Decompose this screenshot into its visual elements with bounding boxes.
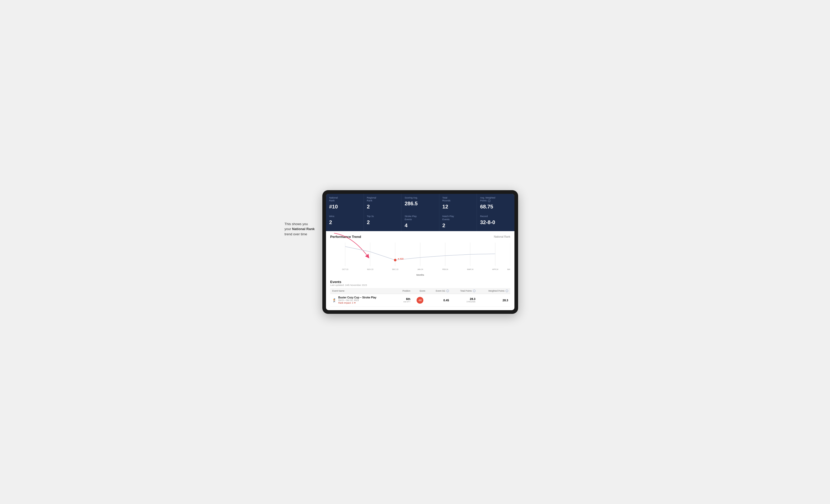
event-name: Buster Cozy Cup – Stroke Play [338,296,376,299]
tablet-frame: NationalRank #10 RegionalRank 2 Scoring … [322,190,518,314]
svg-text:DEC 23: DEC 23 [392,268,398,270]
stat-regional-rank: RegionalRank 2 [364,194,402,212]
col-weighted-points: Weighted Points i [478,288,511,294]
table-header-row: Event Name Position Score Event SG i Tot… [330,288,510,294]
event-name-cell: 🏌 Buster Cozy Cup – Stroke Play Oct 9 – … [330,294,396,306]
svg-text:JAN 24: JAN 24 [417,268,423,270]
content-area: Performance Trend National Rank [326,231,514,310]
event-score: -22 [412,294,427,306]
event-date: Oct 9 – Oct 10, 2023 [338,299,376,302]
info-icon: i [488,200,490,202]
event-type-icon: 🏌 [332,298,337,302]
col-total-points: Total Points i [451,288,477,294]
svg-text:MAY 24: MAY 24 [507,268,510,270]
events-header: Events Last updated: 24th November 2023 [330,280,510,287]
events-title: Events [330,280,510,284]
stat-scoring-avg: Scoring Avg. 286.5 [402,194,439,212]
event-weighted-points: 28.3 [478,294,511,306]
chart-data-point [394,259,396,261]
chart-data-label: ● #10 [398,257,404,260]
stat-record: Record 32-8-0 [477,212,514,231]
stat-stroke-play-events: Stroke PlayEvents 4 [402,212,439,231]
svg-text:NOV 23: NOV 23 [367,268,373,270]
tablet-screen: NationalRank #10 RegionalRank 2 Scoring … [326,194,514,310]
col-position: Position [396,288,412,294]
performance-trend-chart: ● #10 OCT 23 NOV 23 DEC 23 JAN 24 FEB 24… [330,241,510,273]
stat-match-play-events: Match PlayEvents 2 [439,212,477,231]
performance-trend-subtitle: National Rank [494,235,510,238]
score-badge: -22 [417,297,423,304]
events-table: Event Name Position Score Event SG i Tot… [330,288,510,307]
svg-text:APR 24: APR 24 [492,268,498,270]
total-points-info-icon: i [473,290,476,292]
stat-national-rank: NationalRank #10 [326,194,363,212]
weighted-points-info-icon: i [506,290,508,292]
events-last-updated: Last updated: 24th November 2023 [330,284,510,287]
stat-top3s: Top 3s 2 [364,212,402,231]
performance-trend-header: Performance Trend National Rank [330,235,510,239]
stat-total-rounds: TotalRounds 12 [439,194,477,212]
col-score: Score [412,288,427,294]
rank-impact: Rank Impact: 3 ▼ [338,302,376,304]
annotation-text: This shows you your National Rank trend … [285,222,337,237]
event-sg: 0.45 [427,294,451,306]
chart-svg: ● #10 OCT 23 NOV 23 DEC 23 JAN 24 FEB 24… [330,241,510,273]
events-section: Events Last updated: 24th November 2023 … [330,280,510,307]
col-event-sg: Event SG i [427,288,451,294]
svg-text:MAR 24: MAR 24 [467,268,474,270]
stats-row-2: Wins 2 Top 3s 2 Stroke PlayEvents 4 Matc… [326,212,514,231]
svg-text:OCT 23: OCT 23 [342,268,348,270]
stat-avg-weighted-points: Avg. WeightedPoints i 68.75 [477,194,514,212]
performance-trend-section: Performance Trend National Rank [330,235,510,276]
stats-row-1: NationalRank #10 RegionalRank 2 Scoring … [326,194,514,212]
svg-text:FEB 24: FEB 24 [442,268,448,270]
table-row: 🏌 Buster Cozy Cup – Stroke Play Oct 9 – … [330,294,510,306]
event-total-points: 28.3 3 Rounds [451,294,477,306]
scene: This shows you your National Rank trend … [285,190,545,314]
chart-axis-label: Months [330,274,510,276]
col-event-name: Event Name [330,288,396,294]
event-position: 6th out of 7 [396,294,412,306]
event-sg-info-icon: i [446,290,449,292]
